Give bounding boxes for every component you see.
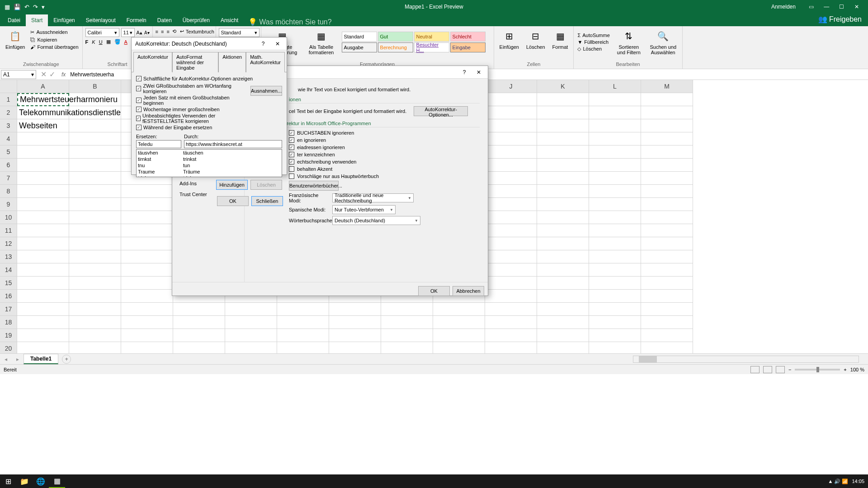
cell[interactable] (589, 145, 641, 159)
checkbox-icon[interactable]: ✓ (136, 107, 142, 112)
ac-ok-button[interactable]: OK (217, 196, 249, 206)
cell[interactable] (381, 303, 433, 316)
cell[interactable]: Webseiten (17, 119, 69, 132)
tell-me-search[interactable]: 💡 Was möchten Sie tun? (248, 18, 331, 26)
column-header[interactable]: A (17, 80, 69, 93)
tab-review[interactable]: Überprüfen (177, 14, 215, 26)
row-header[interactable]: 6 (0, 159, 17, 172)
sort-filter-button[interactable]: ⇅Sortieren und Filtern (613, 28, 645, 56)
checkbox-icon[interactable]: ✓ (136, 116, 141, 121)
cell[interactable] (173, 342, 225, 353)
cell[interactable] (69, 224, 121, 237)
zoom-out-button[interactable]: − (788, 367, 791, 372)
row-header[interactable]: 10 (0, 211, 17, 224)
align-top-icon[interactable]: ≡ (156, 29, 158, 34)
copy-button[interactable]: ⿻Kopieren (29, 37, 79, 43)
cell[interactable] (329, 316, 381, 329)
cell[interactable] (537, 342, 589, 353)
cell[interactable] (537, 224, 589, 237)
cell[interactable] (641, 185, 693, 198)
cell[interactable] (69, 159, 121, 172)
checkbox-icon[interactable] (289, 174, 294, 179)
column-header[interactable]: M (641, 80, 693, 93)
cell[interactable] (641, 106, 693, 119)
cell[interactable] (485, 106, 537, 119)
border-button[interactable]: ▦ (106, 39, 111, 45)
cell[interactable] (485, 329, 537, 342)
cell[interactable] (433, 303, 485, 316)
cell[interactable] (121, 263, 173, 277)
cell[interactable] (121, 211, 173, 224)
cell[interactable] (537, 316, 589, 329)
checkbox-icon[interactable]: ✓ (289, 159, 294, 164)
cell[interactable] (641, 303, 693, 316)
cell[interactable] (17, 237, 69, 250)
add-button[interactable]: Hinzufügen (216, 180, 248, 190)
cell[interactable] (537, 211, 589, 224)
decrease-font-icon[interactable]: A▾ (144, 30, 150, 35)
style-ausgabe[interactable]: Ausgabe (342, 42, 377, 52)
tab-data[interactable]: Daten (152, 14, 177, 26)
cell[interactable] (173, 316, 225, 329)
cell[interactable] (485, 185, 537, 198)
cell[interactable] (121, 303, 173, 316)
cell[interactable] (17, 250, 69, 263)
cell[interactable] (537, 132, 589, 145)
cell[interactable] (485, 198, 537, 211)
cell[interactable] (641, 211, 693, 224)
cell[interactable] (277, 342, 329, 353)
cell[interactable] (641, 159, 693, 172)
cell[interactable] (537, 237, 589, 250)
save-icon[interactable]: 💾 (14, 4, 21, 10)
page-layout-view-button[interactable] (763, 366, 772, 373)
tab-formulas[interactable]: Formeln (121, 14, 152, 26)
share-button[interactable]: 👥 Freigeben (812, 12, 868, 26)
cell[interactable] (121, 250, 173, 263)
row-header[interactable]: 17 (0, 303, 17, 316)
cell[interactable] (485, 250, 537, 263)
undo-icon[interactable]: ↶ (24, 4, 29, 10)
fill-color-button[interactable]: 🪣 (114, 39, 121, 45)
cell[interactable] (537, 145, 589, 159)
checkbox-icon[interactable]: ✓ (136, 76, 142, 81)
list-item[interactable]: tnutun (137, 162, 282, 169)
cell[interactable] (641, 145, 693, 159)
cell[interactable] (17, 211, 69, 224)
cell[interactable] (69, 250, 121, 263)
checkbox-icon[interactable]: ✓ (136, 125, 142, 130)
checkbox-icon[interactable]: ✓ (136, 98, 142, 103)
style-neutral[interactable]: Neutral (414, 32, 449, 42)
cell[interactable] (537, 277, 589, 290)
tab-layout[interactable]: Seitenlayout (80, 14, 121, 26)
options-cancel-button[interactable]: Abbrechen (453, 286, 484, 296)
cell[interactable] (537, 106, 589, 119)
checkbox-icon[interactable] (289, 166, 294, 172)
replacement-list[interactable]: täusvhentäuschentirnksttrinksttnutunTrau… (136, 149, 282, 177)
cell[interactable] (589, 290, 641, 303)
cell[interactable] (537, 93, 589, 106)
normal-view-button[interactable] (750, 366, 760, 373)
cell[interactable] (589, 277, 641, 290)
cell[interactable]: Telekommunikationsdienstle (17, 106, 69, 119)
cell[interactable] (641, 250, 693, 263)
cell[interactable] (485, 303, 537, 316)
style-gut[interactable]: Gut (378, 32, 413, 42)
row-header[interactable]: 12 (0, 237, 17, 250)
close-icon[interactable]: ✕ (473, 69, 484, 75)
cell[interactable] (121, 316, 173, 329)
edge-icon[interactable]: 🌐 (33, 474, 49, 488)
cell[interactable] (485, 277, 537, 290)
cell[interactable] (589, 211, 641, 224)
cell[interactable] (17, 185, 69, 198)
maximize-icon[interactable]: ☐ (835, 4, 849, 10)
row-header[interactable]: 9 (0, 198, 17, 211)
zoom-value[interactable]: 100 % (850, 367, 864, 372)
cell[interactable] (537, 172, 589, 185)
cell[interactable] (69, 237, 121, 250)
cell[interactable] (589, 263, 641, 277)
tab-start[interactable]: Start (26, 14, 48, 26)
cell[interactable] (537, 250, 589, 263)
cell[interactable] (69, 277, 121, 290)
checkbox-icon[interactable]: ✓ (136, 86, 141, 91)
column-header[interactable]: K (537, 80, 589, 93)
